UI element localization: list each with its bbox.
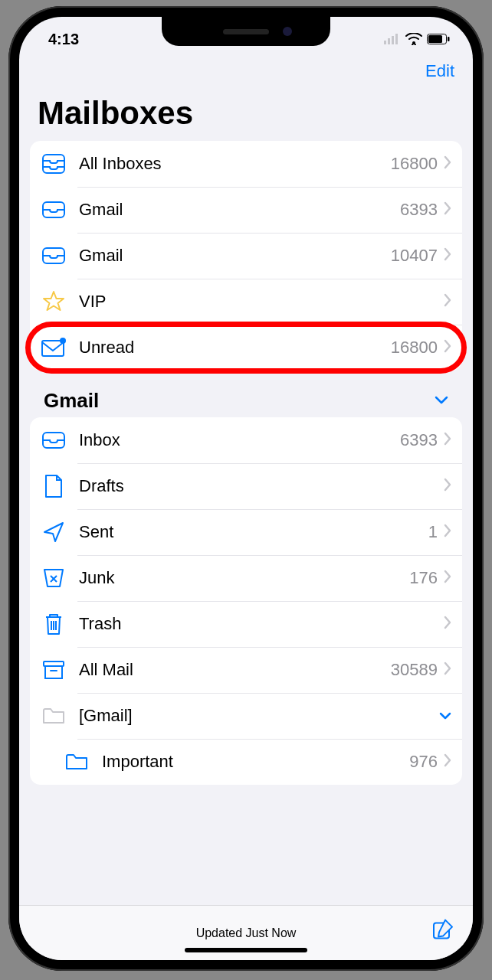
chevron-right-icon — [444, 753, 451, 770]
chevron-right-icon — [444, 616, 451, 632]
mailbox-row[interactable]: Gmail6393 — [30, 187, 462, 233]
row-count: 16800 — [391, 338, 438, 358]
row-count: 10407 — [391, 246, 438, 266]
star-icon — [41, 289, 67, 315]
folder-row[interactable]: [Gmail] — [30, 693, 462, 739]
status-time: 4:13 — [48, 31, 79, 48]
mailbox-list: All Inboxes16800Gmail6393Gmail10407VIPUn… — [30, 141, 462, 371]
svg-rect-1 — [388, 38, 390, 44]
svg-rect-2 — [392, 36, 394, 44]
home-indicator[interactable] — [185, 948, 307, 952]
row-label: VIP — [79, 292, 444, 312]
svg-rect-14 — [44, 662, 64, 666]
chevron-right-icon — [444, 201, 451, 218]
svg-rect-3 — [395, 34, 398, 44]
row-label: Inbox — [79, 430, 400, 450]
chevron-right-icon — [444, 432, 451, 449]
folder-row[interactable]: Drafts — [30, 463, 462, 509]
row-count: 176 — [409, 568, 438, 588]
row-label: Sent — [79, 522, 428, 542]
wifi-icon — [405, 33, 422, 45]
edit-button[interactable]: Edit — [425, 61, 454, 81]
all-inboxes-icon — [41, 151, 67, 177]
nav-bar: Edit — [19, 54, 473, 81]
chevron-right-icon — [444, 478, 451, 495]
row-count: 1 — [428, 522, 438, 542]
chevron-right-icon — [444, 570, 451, 586]
battery-icon — [427, 34, 450, 44]
row-label: Important — [102, 752, 409, 772]
account-folder-list: Inbox6393DraftsSent1Junk176TrashAll Mail… — [30, 417, 462, 785]
inbox-icon — [41, 197, 67, 223]
sync-status: Updated Just Now — [196, 926, 297, 940]
folder-row[interactable]: Inbox6393 — [30, 417, 462, 463]
mailbox-row[interactable]: VIP — [30, 279, 462, 325]
svg-point-4 — [412, 41, 415, 44]
folder-icon — [64, 749, 90, 775]
screen: 4:13 Edit Mailboxes All Inboxes16800Gmai… — [19, 17, 473, 960]
folder-row[interactable]: Important976 — [30, 739, 462, 785]
chevron-right-icon — [444, 155, 451, 172]
mailbox-row[interactable]: All Inboxes16800 — [30, 141, 462, 187]
row-count: 30589 — [391, 660, 438, 680]
folder-gray-icon — [41, 703, 67, 729]
row-count: 16800 — [391, 154, 438, 174]
row-label: All Mail — [79, 660, 391, 680]
content-scroll[interactable]: All Inboxes16800Gmail6393Gmail10407VIPUn… — [19, 141, 473, 905]
row-label: Drafts — [79, 476, 444, 496]
svg-rect-11 — [42, 341, 64, 356]
chevron-right-icon — [444, 293, 451, 310]
compose-icon — [431, 917, 454, 940]
status-icons — [384, 33, 450, 45]
chevron-right-icon — [444, 339, 451, 356]
trash-icon — [41, 611, 67, 637]
row-count: 6393 — [400, 200, 438, 220]
account-header[interactable]: Gmail — [30, 389, 462, 417]
compose-button[interactable] — [431, 917, 454, 943]
row-label: Junk — [79, 568, 409, 588]
folder-row[interactable]: Trash — [30, 601, 462, 647]
folder-row[interactable]: Junk176 — [30, 555, 462, 601]
folder-row[interactable]: Sent1 — [30, 509, 462, 555]
svg-point-12 — [60, 338, 66, 344]
chevron-right-icon — [444, 247, 451, 264]
row-count: 6393 — [400, 430, 438, 450]
row-label: Unread — [79, 338, 391, 358]
folder-row[interactable]: All Mail30589 — [30, 647, 462, 693]
cellular-icon — [384, 34, 401, 44]
row-label: [Gmail] — [79, 706, 439, 726]
account-name: Gmail — [44, 389, 99, 413]
svg-rect-7 — [448, 37, 450, 41]
chevron-right-icon — [444, 524, 451, 541]
sent-icon — [41, 519, 67, 545]
page-title: Mailboxes — [19, 81, 473, 141]
row-label: Gmail — [79, 246, 391, 266]
row-label: Gmail — [79, 200, 400, 220]
row-label: Trash — [79, 614, 444, 634]
chevron-down-icon — [435, 394, 448, 408]
svg-rect-0 — [384, 41, 386, 44]
mailbox-row[interactable]: Unread16800 — [30, 325, 462, 371]
row-count: 976 — [409, 752, 438, 772]
inbox-icon — [41, 427, 67, 453]
chevron-down-icon — [439, 709, 451, 723]
mailbox-row[interactable]: Gmail10407 — [30, 233, 462, 279]
chevron-right-icon — [444, 662, 451, 678]
device-frame: 4:13 Edit Mailboxes All Inboxes16800Gmai… — [8, 6, 484, 971]
inbox-icon — [41, 243, 67, 269]
notch — [162, 17, 330, 46]
row-label: All Inboxes — [79, 154, 391, 174]
drafts-icon — [41, 473, 67, 499]
unread-icon — [41, 335, 67, 361]
svg-rect-6 — [428, 35, 442, 43]
archive-icon — [41, 657, 67, 683]
junk-icon — [41, 565, 67, 591]
